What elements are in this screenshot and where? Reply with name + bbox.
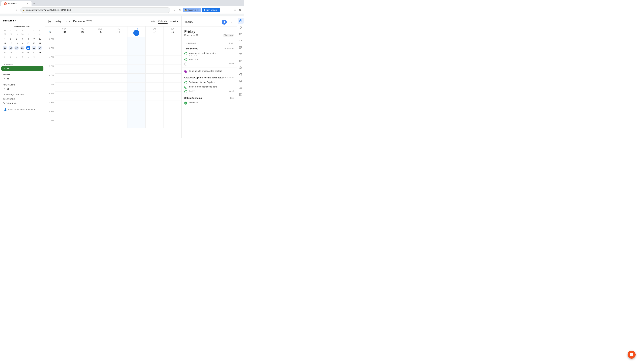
tue-7pm[interactable] (73, 83, 91, 92)
sun-8pm[interactable] (164, 92, 182, 101)
right-icon-mail[interactable] (238, 31, 244, 37)
sat-11pm[interactable] (146, 119, 164, 128)
forward-button[interactable]: → (8, 8, 13, 12)
split-view-button[interactable]: ⊡ (178, 8, 182, 12)
mon-9pm[interactable] (55, 101, 73, 110)
mini-cal-day-24[interactable]: 24 (38, 46, 42, 50)
mon-3pm[interactable] (55, 46, 73, 55)
mini-cal-next-button[interactable]: › (40, 25, 43, 28)
reload-button[interactable]: ↻ (14, 8, 19, 12)
user-avatar[interactable]: J (222, 19, 227, 25)
sat-6pm[interactable] (146, 73, 164, 83)
sun-7pm[interactable] (164, 83, 182, 92)
wed-9pm[interactable] (91, 101, 109, 110)
mini-cal-day-20[interactable]: 20 (14, 46, 19, 50)
personal-group-toggle[interactable]: ▾ PERSONAL (0, 83, 45, 87)
mini-cal-day-30b[interactable]: 30 (32, 50, 36, 55)
sun-3pm[interactable] (164, 46, 182, 55)
calendar-john-smith[interactable]: John Smith (3, 101, 42, 105)
sun-11pm[interactable] (164, 119, 182, 128)
thu-2pm[interactable] (109, 37, 127, 46)
active-tab[interactable]: Sunsama ✕ (1, 1, 32, 6)
sat-8pm[interactable] (146, 92, 164, 101)
cal-day-header-tue[interactable]: TUE 19 (73, 26, 91, 37)
wed-3pm[interactable] (91, 46, 109, 55)
cal-col-tue[interactable] (73, 37, 91, 128)
mini-cal-day-14[interactable]: 14 (20, 41, 24, 45)
mon-5pm[interactable] (55, 64, 73, 73)
fri-2pm[interactable] (128, 37, 146, 46)
mini-cal-day-31[interactable]: 31 (38, 50, 42, 55)
mini-cal-day-29b[interactable]: 29 (26, 50, 30, 55)
right-icon-chat[interactable] (238, 18, 244, 24)
calendar-view-tab[interactable]: Calendar (158, 19, 168, 24)
mini-cal-day-jan7[interactable]: 7 (38, 55, 42, 59)
address-bar[interactable]: 🔒 app.sunsama.com/group/1703182764469638… (20, 7, 170, 13)
task-item-brainstorm[interactable]: Brainstorm for the Captions (184, 80, 234, 85)
sun-5pm[interactable] (164, 64, 182, 73)
tue-5pm[interactable] (73, 64, 91, 73)
mini-cal-day-28b[interactable]: 28 (20, 50, 24, 55)
mini-cal-day-jan1[interactable]: 1 (3, 55, 7, 59)
sat-2pm[interactable] (146, 37, 164, 46)
right-icon-sync[interactable] (238, 38, 244, 44)
back-button[interactable]: ← (2, 8, 7, 12)
cal-col-fri[interactable] (127, 37, 146, 128)
sun-6pm[interactable] (164, 73, 182, 83)
mini-cal-day-30[interactable]: 30 (20, 32, 24, 36)
cal-col-sun[interactable] (163, 37, 182, 128)
mini-cal-day-8[interactable]: 8 (26, 37, 30, 41)
sidebar-item-all-channels[interactable]: # all (1, 66, 44, 71)
mini-cal-day-21[interactable]: 21 (20, 46, 24, 50)
cal-day-header-fri[interactable]: FRI 22 (127, 26, 146, 37)
mini-cal-day-jan3[interactable]: 3 (14, 55, 19, 59)
task-check-insert-here[interactable] (184, 58, 187, 61)
fri-4pm[interactable] (128, 55, 146, 64)
bookmark-button[interactable]: ☆ (172, 8, 176, 12)
cal-col-thu[interactable] (109, 37, 127, 128)
tue-8pm[interactable] (73, 92, 91, 101)
prev-week-button[interactable]: ‹ (66, 19, 68, 24)
more-options-button[interactable]: ⋮ (221, 8, 226, 12)
cal-col-sat[interactable] (146, 37, 164, 128)
right-icon-database[interactable] (238, 78, 244, 84)
sidebar-header[interactable]: Sunsama ▾ (0, 19, 45, 25)
task-check-edit-photos[interactable] (184, 52, 187, 55)
fri-5pm[interactable] (128, 64, 146, 73)
wed-5pm[interactable] (91, 64, 109, 73)
task-check-add-tasks[interactable] (184, 102, 187, 105)
calendar-grid-container[interactable]: 🔍 MON 18 TUE 19 WED 20 THU 21 (45, 26, 182, 138)
right-icon-chart[interactable] (238, 85, 244, 91)
tue-2pm[interactable] (73, 37, 91, 46)
task-item-insert-here[interactable]: Insert here (184, 57, 234, 62)
right-icon-bell[interactable] (238, 24, 244, 30)
mini-cal-prev-button[interactable]: ‹ (2, 25, 4, 28)
mini-cal-day-13[interactable]: 13 (14, 41, 19, 45)
today-button[interactable]: Today (54, 19, 62, 23)
sat-7pm[interactable] (146, 83, 164, 92)
mini-cal-day-25[interactable]: 25 (3, 50, 7, 55)
task-item-vlog[interactable]: To be able to create a vlog content (184, 69, 234, 73)
thu-9pm[interactable] (109, 101, 127, 110)
mini-cal-day-1[interactable]: 1 (26, 32, 30, 36)
tue-11pm[interactable] (73, 119, 91, 128)
close-button[interactable]: ✕ (238, 8, 242, 12)
cal-day-header-wed[interactable]: WED 20 (91, 26, 109, 37)
thu-11pm[interactable] (109, 119, 127, 128)
wed-11pm[interactable] (91, 119, 109, 128)
fri-11pm[interactable] (128, 119, 146, 128)
sidebar-item-work-all[interactable]: # all (1, 76, 44, 81)
sun-2pm[interactable] (164, 37, 182, 46)
mini-cal-day-3[interactable]: 3 (38, 32, 42, 36)
next-week-button[interactable]: › (68, 19, 70, 24)
right-icon-grid[interactable] (238, 44, 244, 51)
task-check-work-empty[interactable] (184, 62, 187, 65)
mini-cal-day-2[interactable]: 2 (32, 32, 36, 36)
cal-day-header-sun[interactable]: SUN 24 (163, 26, 182, 37)
mon-10pm[interactable] (55, 110, 73, 119)
mon-6pm[interactable] (55, 73, 73, 83)
manage-channels-button[interactable]: + Manage Channels (1, 92, 44, 97)
mini-cal-day-18[interactable]: 18 (3, 46, 7, 50)
sat-10pm[interactable] (146, 110, 164, 119)
mini-cal-day-9[interactable]: 9 (32, 37, 36, 41)
